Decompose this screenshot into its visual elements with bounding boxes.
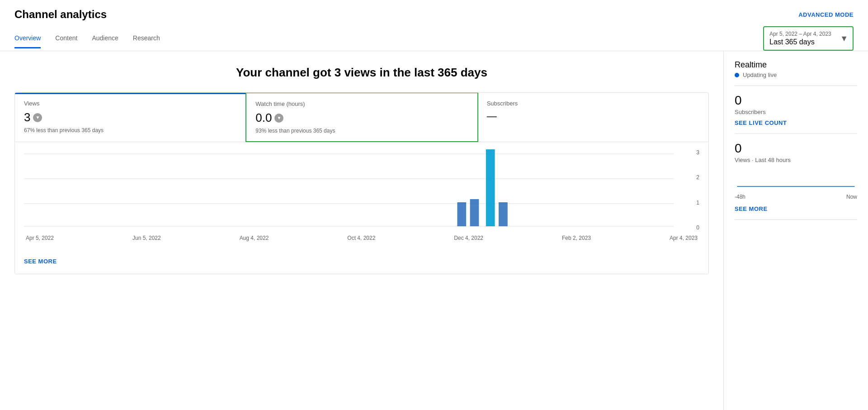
y-axis-labels: 3 2 1 0 [696,149,699,231]
mini-chart-labels: -48h Now [735,194,857,200]
metric-subscribers-label: Subscribers [487,100,699,107]
date-range-label: Apr 5, 2022 – Apr 4, 2023 [769,31,836,37]
page-title: Channel analytics [14,8,107,21]
time-end-label: Now [846,194,857,200]
metrics-card: Views 3 ▼ 67% less than previous 365 day… [14,92,709,274]
svg-rect-6 [486,149,495,226]
metric-views-label: Views [24,100,236,107]
metric-watchtime-value: 0.0 ▼ [255,111,468,125]
chart-area: 3 2 1 0 Apr 5, 2022 Jun 5, 2022 Aug 4, 2… [15,142,708,251]
date-period-label: Last 365 days [769,38,836,46]
updating-live-status: Updating live [735,72,857,78]
advanced-mode-button[interactable]: ADVANCED MODE [798,11,854,18]
metrics-tabs-row: Views 3 ▼ 67% less than previous 365 day… [15,93,708,142]
watchtime-down-icon: ▼ [274,114,283,123]
date-selector[interactable]: Apr 5, 2022 – Apr 4, 2023 Last 365 days … [763,26,854,51]
metric-views-subtext: 67% less than previous 365 days [24,127,236,133]
views-down-icon: ▼ [33,113,42,122]
tab-research[interactable]: Research [133,29,160,48]
nav-tabs: Overview Content Audience Research Apr 5… [0,26,868,51]
sidebar-see-more-link[interactable]: SEE MORE [735,205,768,212]
see-more-link[interactable]: SEE MORE [24,258,57,265]
chevron-down-icon: ▼ [840,34,848,43]
metric-subscribers-value: — [487,110,699,122]
svg-rect-5 [470,199,479,226]
tab-overview[interactable]: Overview [14,29,41,48]
sidebar-subscribers-value: 0 [735,93,857,108]
sidebar-views-label: Views · Last 48 hours [735,157,857,163]
tab-content[interactable]: Content [55,29,77,48]
realtime-title: Realtime [735,60,857,70]
x-axis-labels: Apr 5, 2022 Jun 5, 2022 Aug 4, 2022 Oct … [24,235,699,241]
svg-rect-7 [499,202,508,226]
mini-chart [735,171,857,189]
sidebar-views-value: 0 [735,141,857,156]
metric-watchtime-subtext: 93% less than previous 365 days [255,128,468,134]
metric-views-value: 3 ▼ [24,110,236,124]
svg-rect-4 [457,202,466,226]
sidebar-subscribers-section: 0 Subscribers SEE LIVE COUNT [735,86,857,134]
see-live-count-link[interactable]: SEE LIVE COUNT [735,119,787,126]
channel-headline: Your channel got 3 views in the last 365… [14,66,709,80]
views-chart [24,149,699,231]
tab-audience[interactable]: Audience [92,29,118,48]
sidebar-views-section: 0 Views · Last 48 hours -48h Now SEE MOR… [735,134,857,220]
metric-tab-views[interactable]: Views 3 ▼ 67% less than previous 365 day… [15,93,246,142]
time-start-label: -48h [735,194,745,200]
metric-tab-watchtime[interactable]: Watch time (hours) 0.0 ▼ 93% less than p… [245,92,478,142]
sidebar-subscribers-label: Subscribers [735,109,857,115]
realtime-section: Realtime Updating live [735,60,857,86]
live-dot-icon [735,73,739,77]
right-sidebar: Realtime Updating live 0 Subscribers SEE… [723,51,868,410]
metric-tab-subscribers[interactable]: Subscribers — [478,93,708,142]
metric-watchtime-label: Watch time (hours) [255,100,468,107]
